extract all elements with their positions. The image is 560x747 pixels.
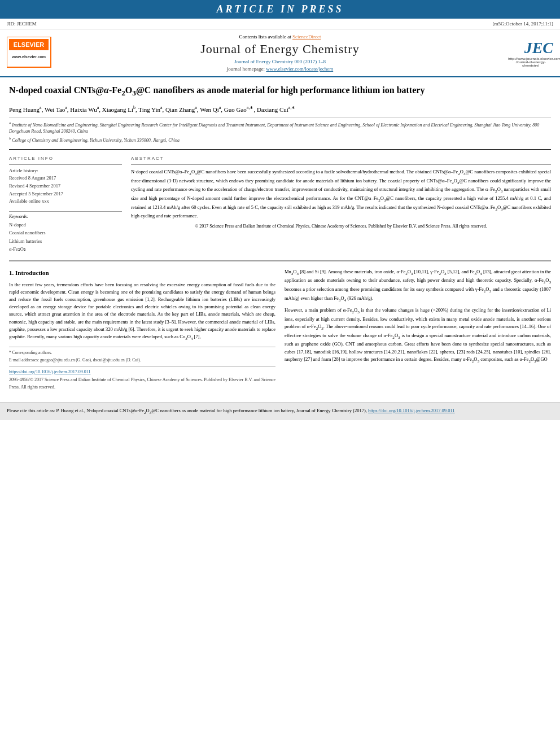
banner-text: ARTICLE IN PRESS bbox=[216, 3, 343, 15]
authors-line: Peng Huanga, Wei Taoa, Haixia Wua, Xiaog… bbox=[9, 104, 551, 114]
keywords-label: Keywords: bbox=[9, 214, 122, 219]
elsevier-logo: ELSEVIER www.elsevier.com bbox=[7, 37, 52, 69]
journal-title: Journal of Energy Chemistry bbox=[52, 42, 508, 56]
article-history-block: Article history: Received 8 August 2017 … bbox=[9, 164, 122, 206]
homepage-prefix: journal homepage: bbox=[227, 66, 266, 72]
citation-prefix: Please cite this article as: P. Huang et… bbox=[7, 408, 368, 413]
sciencedirect-link[interactable]: ScienceDirect bbox=[292, 34, 321, 40]
journal-homepage: journal homepage: www.elsevier.com/locat… bbox=[52, 66, 508, 72]
article-title: N-doped coaxial CNTs@α-Fe2O3@C nanofiber… bbox=[9, 84, 551, 99]
available-date: Available online xxx bbox=[9, 198, 122, 206]
body-left-col: 1. Introduction In the recent few years,… bbox=[9, 268, 275, 391]
info-abstract-section: ARTICLE INFO Article history: Received 8… bbox=[9, 149, 551, 254]
main-content: N-doped coaxial CNTs@α-Fe2O3@C nanofiber… bbox=[0, 77, 560, 397]
keyword-4: α-Fe₂O₃ bbox=[9, 245, 122, 253]
received-date: Received 8 August 2017 bbox=[9, 174, 122, 182]
keyword-2: Coaxial nanofibers bbox=[9, 229, 122, 237]
doi-line: https://doi.org/10.1016/j.jechem.2017.09… bbox=[9, 366, 275, 391]
body-right-col: Mn3O4 [8] and Si [9]. Among these materi… bbox=[285, 268, 551, 391]
article-info-column: ARTICLE INFO Article history: Received 8… bbox=[9, 156, 122, 254]
issn-line: 2095-4956/© 2017 Science Press and Dalia… bbox=[9, 377, 275, 391]
intro-heading: 1. Introduction bbox=[9, 268, 275, 278]
jid-line: JID: JECHEM [m5G;October 14, 2017;11:1] bbox=[0, 19, 560, 29]
corresponding-authors-note: * Corresponding authors. bbox=[9, 350, 275, 356]
affiliations: a Institute of Nano Biomedicine and Engi… bbox=[9, 117, 551, 143]
citation-doi-link[interactable]: https://doi.org/10.1016/j.jechem.2017.09… bbox=[368, 408, 454, 413]
affiliation-a: a Institute of Nano Biomedicine and Engi… bbox=[9, 120, 551, 134]
email-line: E-mail addresses: guogao@sjtu.edu.cn (G.… bbox=[9, 357, 275, 364]
intro-para2: Mn3O4 [8] and Si [9]. Among these materi… bbox=[285, 268, 551, 304]
citation-bar: Please cite this article as: P. Huang et… bbox=[0, 402, 560, 420]
journal-header: ELSEVIER www.elsevier.com Contents lists… bbox=[0, 29, 560, 77]
sciencedirect-line: Contents lists available at ScienceDirec… bbox=[52, 34, 508, 40]
journal-header-center: Contents lists available at ScienceDirec… bbox=[52, 34, 508, 72]
abstract-label: ABSTRACT bbox=[131, 156, 551, 161]
svg-text:www.elsevier.com: www.elsevier.com bbox=[11, 55, 46, 59]
intro-para3: However, a main problem of α-Fe2O3 is th… bbox=[285, 307, 551, 364]
abstract-text: N-doped coaxial CNTs@α–Fe2O3@C nanofiber… bbox=[131, 168, 551, 230]
keyword-1: N-doped bbox=[9, 221, 122, 229]
jid-left: JID: JECHEM bbox=[7, 21, 37, 27]
history-label: Article history: bbox=[9, 167, 122, 175]
doi-link[interactable]: https://doi.org/10.1016/j.jechem.2017.09… bbox=[9, 369, 90, 374]
abstract-content: N-doped coaxial CNTs@α–Fe2O3@C nanofiber… bbox=[131, 164, 551, 230]
article-in-press-banner: ARTICLE IN PRESS bbox=[0, 0, 560, 19]
intro-para1: In the recent few years, tremendous effo… bbox=[9, 281, 275, 342]
revised-date: Revised 4 September 2017 bbox=[9, 182, 122, 190]
body-columns: 1. Introduction In the recent few years,… bbox=[9, 268, 551, 391]
keyword-3: Lithium batteries bbox=[9, 237, 122, 245]
accepted-date: Accepted 5 September 2017 bbox=[9, 190, 122, 198]
svg-text:ELSEVIER: ELSEVIER bbox=[14, 41, 44, 48]
sciencedirect-prefix: Contents lists available at bbox=[239, 34, 292, 40]
main-body: 1. Introduction In the recent few years,… bbox=[9, 260, 551, 391]
jec-text: JEC bbox=[508, 39, 553, 57]
abstract-column: ABSTRACT N-doped coaxial CNTs@α–Fe2O3@C … bbox=[131, 156, 551, 254]
homepage-link[interactable]: www.elsevier.com/locate/jechem bbox=[266, 66, 333, 72]
journal-volume: Journal of Energy Chemistry 000 (2017) 1… bbox=[52, 59, 508, 64]
footnotes: * Corresponding authors. E-mail addresse… bbox=[9, 347, 275, 364]
jec-logo: JEC http://www.journals.elsevier.com/Jou… bbox=[508, 39, 553, 67]
article-info-label: ARTICLE INFO bbox=[9, 156, 122, 161]
jid-right: [m5G;October 14, 2017;11:1] bbox=[493, 21, 553, 27]
copyright-text: © 2017 Science Press and Dalian Institut… bbox=[131, 223, 551, 230]
keywords-block: Keywords: N-doped Coaxial nanofibers Lit… bbox=[9, 211, 122, 254]
affiliation-b: b College of Chemistry and Bioengineerin… bbox=[9, 136, 551, 143]
